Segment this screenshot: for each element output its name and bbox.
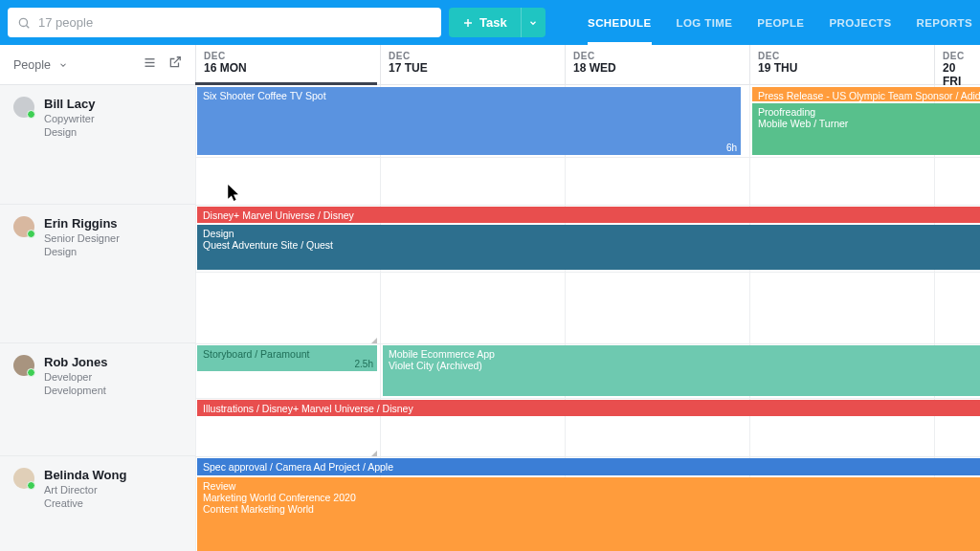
schedule-board: Bill Lacy Copywriter Design Erin Riggins… xyxy=(0,85,980,551)
plus-icon xyxy=(462,17,474,29)
nav-projects[interactable]: PROJECTS xyxy=(829,0,891,45)
people-column: Bill Lacy Copywriter Design Erin Riggins… xyxy=(0,85,195,551)
task-block[interactable]: Mobile Ecommerce App Violet City (Archiv… xyxy=(383,345,980,396)
avatar xyxy=(13,355,34,376)
task-title: Storyboard / Paramount xyxy=(203,348,309,360)
task-dropdown-button[interactable] xyxy=(521,8,546,37)
people-dropdown[interactable]: People xyxy=(13,58,68,72)
task-title: Illustrations / Disney+ Marvel Universe … xyxy=(203,403,413,414)
main-nav: SCHEDULE LOG TIME PEOPLE PROJECTS REPORT… xyxy=(588,0,972,45)
timeline[interactable]: Six Shooter Coffee TV Spot 6h Press Rele… xyxy=(195,85,980,551)
person-row: Rob Jones Developer Development xyxy=(0,343,195,456)
task-title: Review xyxy=(203,480,974,492)
task-title: Disney+ Marvel Universe / Disney xyxy=(203,209,354,221)
topbar: Task SCHEDULE LOG TIME PEOPLE PROJECTS R… xyxy=(0,0,980,45)
task-block[interactable]: Spec approval / Camera Ad Project / Appl… xyxy=(197,458,980,475)
task-subtitle: Violet City (Archived) xyxy=(389,360,974,371)
day-header-mon[interactable]: DEC16 MON xyxy=(195,45,380,84)
person-dept: Creative xyxy=(44,496,126,511)
task-subtitle: Marketing World Conference 2020 xyxy=(203,492,974,503)
task-title: Spec approval / Camera Ad Project / Appl… xyxy=(203,461,393,473)
search-icon xyxy=(17,16,31,30)
nav-reports[interactable]: REPORTS xyxy=(917,0,972,45)
person-row: Erin Riggins Senior Designer Design xyxy=(0,205,195,343)
search-input[interactable] xyxy=(8,8,441,37)
person-name: Rob Jones xyxy=(44,355,107,370)
day-header-wed[interactable]: DEC18 WED xyxy=(565,45,749,84)
day-header-fri[interactable]: DEC20 FRI xyxy=(934,45,980,84)
avatar xyxy=(13,97,34,118)
person-role: Senior Designer xyxy=(44,231,120,246)
task-block[interactable]: Review Marketing World Conference 2020 C… xyxy=(197,477,980,551)
task-title: Six Shooter Coffee TV Spot xyxy=(203,90,326,101)
subbar-tools xyxy=(143,55,182,74)
nav-schedule[interactable]: SCHEDULE xyxy=(588,0,651,45)
person-card[interactable]: Belinda Wong Art Director Creative xyxy=(0,456,195,511)
subbar: People DEC16 MON DEC17 TUE DEC18 WED DEC… xyxy=(0,45,980,85)
task-block[interactable]: Design Quest Adventure Site / Quest xyxy=(197,225,980,270)
task-block[interactable]: Illustrations / Disney+ Marvel Universe … xyxy=(197,400,980,416)
person-dept: Development xyxy=(44,384,107,398)
task-block[interactable]: Six Shooter Coffee TV Spot 6h xyxy=(197,87,741,155)
task-title: Proofreading xyxy=(758,106,974,118)
task-button-group: Task xyxy=(449,8,546,37)
task-title: Design xyxy=(203,228,974,239)
avatar xyxy=(13,468,34,489)
task-block[interactable]: Proofreading Mobile Web / Turner xyxy=(752,103,980,155)
add-task-button[interactable]: Task xyxy=(449,8,521,37)
person-dept: Design xyxy=(44,125,95,140)
task-block[interactable]: Storyboard / Paramount 2.5h xyxy=(197,345,377,371)
day-header-thu[interactable]: DEC19 THU xyxy=(749,45,934,84)
task-block[interactable]: Disney+ Marvel Universe / Disney xyxy=(197,207,980,223)
chevron-down-icon xyxy=(58,60,68,70)
list-view-icon[interactable] xyxy=(143,55,157,74)
nav-people[interactable]: PEOPLE xyxy=(757,0,804,45)
task-subtitle: Quest Adventure Site / Quest xyxy=(203,239,974,251)
task-subtitle: Content Marketing World xyxy=(203,503,974,515)
svg-line-1 xyxy=(26,25,29,28)
avatar xyxy=(13,216,34,237)
task-title: Press Release - US Olympic Team Sponsor … xyxy=(758,90,980,101)
person-role: Developer xyxy=(44,370,107,385)
person-row: Belinda Wong Art Director Creative xyxy=(0,456,195,551)
person-name: Belinda Wong xyxy=(44,468,126,483)
task-block[interactable]: Press Release - US Olympic Team Sponsor … xyxy=(752,87,980,101)
person-card[interactable]: Rob Jones Developer Development xyxy=(0,343,195,398)
person-role: Copywriter xyxy=(44,112,95,126)
task-duration: 2.5h xyxy=(355,359,373,369)
search-wrapper xyxy=(8,8,441,37)
subbar-left: People xyxy=(0,45,195,84)
day-header-tue[interactable]: DEC17 TUE xyxy=(380,45,565,84)
people-dropdown-label: People xyxy=(13,58,51,72)
task-duration: 6h xyxy=(726,143,737,153)
person-name: Erin Riggins xyxy=(44,216,120,231)
person-name: Bill Lacy xyxy=(44,97,95,112)
person-row: Bill Lacy Copywriter Design xyxy=(0,85,195,205)
export-icon[interactable] xyxy=(168,55,182,74)
task-subtitle: Mobile Web / Turner xyxy=(758,118,974,129)
person-card[interactable]: Bill Lacy Copywriter Design xyxy=(0,85,195,140)
chevron-down-icon xyxy=(528,18,538,28)
person-dept: Design xyxy=(44,245,120,259)
nav-logtime[interactable]: LOG TIME xyxy=(677,0,733,45)
date-header: DEC16 MON DEC17 TUE DEC18 WED DEC19 THU … xyxy=(195,45,980,84)
task-title: Mobile Ecommerce App xyxy=(389,348,974,360)
svg-point-0 xyxy=(19,18,27,26)
person-card[interactable]: Erin Riggins Senior Designer Design xyxy=(0,205,195,259)
person-role: Art Director xyxy=(44,483,126,497)
task-button-label: Task xyxy=(479,15,507,30)
